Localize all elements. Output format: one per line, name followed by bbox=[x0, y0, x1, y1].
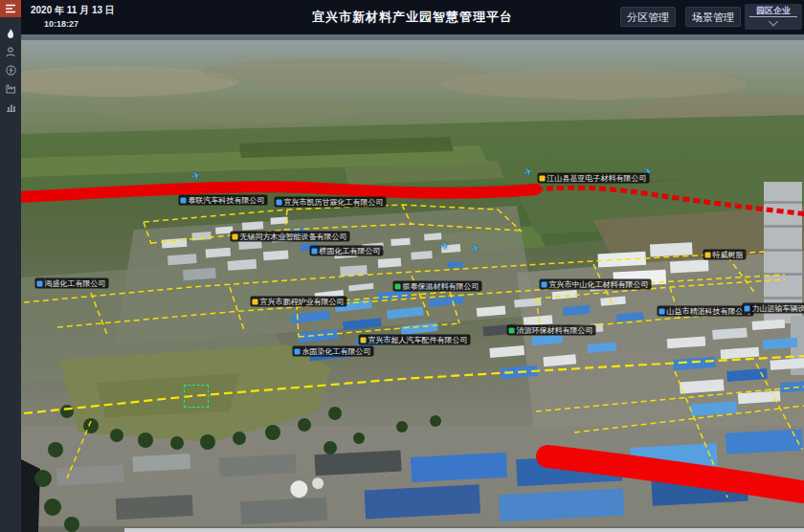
company-marker-icon bbox=[395, 283, 401, 289]
map-3d-scene[interactable] bbox=[0, 0, 804, 532]
company-marker-icon bbox=[509, 327, 515, 333]
dropdown-label: 园区企业 bbox=[749, 4, 797, 17]
scene-management-button[interactable]: 场景管理 bbox=[685, 7, 741, 27]
company-marker-icon bbox=[659, 308, 665, 314]
company-marker-icon bbox=[542, 281, 547, 287]
company-marker-icon bbox=[233, 233, 238, 239]
company-label[interactable]: 山益市精湛科技有限公司 bbox=[658, 306, 754, 317]
company-label-text: 振泰保温材料有限公司 bbox=[403, 281, 480, 292]
company-label[interactable]: 力山运输车辆设备公司 bbox=[743, 303, 804, 314]
sidebar-item-statistics[interactable] bbox=[0, 98, 21, 116]
company-marker-icon bbox=[181, 197, 187, 203]
bottom-edge-strip bbox=[124, 528, 804, 532]
company-marker-icon bbox=[705, 252, 711, 257]
company-label-text: 江山县基亚电子材料有限公司 bbox=[547, 173, 647, 184]
company-label[interactable]: 清源环保材料有限公司 bbox=[507, 325, 596, 336]
company-label[interactable]: 宜兴市中山化工材料有限公司 bbox=[540, 279, 652, 290]
company-label[interactable]: 鸿盛化工有限公司 bbox=[35, 278, 109, 289]
company-label[interactable]: 宜兴市凯历甘霖化工有限公司 bbox=[275, 197, 387, 208]
company-marker-icon bbox=[312, 248, 318, 254]
company-label[interactable]: 宜兴市超人汽车配件有限公司 bbox=[359, 335, 471, 345]
company-label[interactable]: 永固染化工有限公司 bbox=[293, 346, 374, 357]
company-label-text: 宜兴市凯历甘霖化工有限公司 bbox=[284, 197, 384, 208]
company-label-text: 鸿盛化工有限公司 bbox=[45, 278, 106, 289]
menu-button[interactable] bbox=[0, 0, 21, 17]
company-marker-icon bbox=[37, 280, 43, 286]
zone-management-button[interactable]: 分区管理 bbox=[620, 7, 676, 27]
company-label[interactable]: 无锡同方木业智能设备有限公司 bbox=[231, 232, 350, 242]
selection-box[interactable] bbox=[184, 385, 209, 408]
company-label-text: 山益市精湛科技有限公司 bbox=[667, 306, 751, 317]
company-label-text: 清源环保材料有限公司 bbox=[517, 325, 593, 336]
company-label-text: 永固染化工有限公司 bbox=[302, 346, 371, 357]
factory-icon bbox=[6, 84, 16, 94]
company-label-text: 横固化工有限公司 bbox=[320, 246, 381, 256]
company-marker-icon bbox=[295, 348, 301, 354]
bar-chart-icon bbox=[6, 102, 16, 112]
sidebar-item-user[interactable] bbox=[0, 43, 21, 61]
company-label[interactable]: 特威树脂 bbox=[704, 250, 747, 260]
company-label[interactable]: 振泰保温材料有限公司 bbox=[393, 281, 482, 292]
company-marker-icon bbox=[745, 305, 750, 311]
top-bar: 2020 年 11 月 13 日 10:18:27 宜兴市新材料产业园智慧管理平… bbox=[21, 0, 804, 34]
menu-icon bbox=[5, 4, 16, 13]
company-marker-icon bbox=[253, 299, 258, 304]
power-icon bbox=[6, 65, 16, 76]
company-label[interactable]: 江山县基亚电子材料有限公司 bbox=[538, 173, 650, 184]
left-sidebar bbox=[0, 0, 21, 532]
company-label-text: 特威树脂 bbox=[713, 250, 744, 260]
company-marker-icon bbox=[361, 337, 367, 343]
company-label-text: 宜兴市中山化工材料有限公司 bbox=[549, 279, 649, 290]
company-label[interactable]: 横固化工有限公司 bbox=[310, 246, 384, 256]
company-marker-icon bbox=[540, 175, 546, 181]
company-marker-icon bbox=[277, 199, 282, 205]
company-label-text: 力山运输车辆设备公司 bbox=[752, 303, 804, 314]
chevron-down-icon bbox=[769, 17, 778, 27]
company-label[interactable]: 泰联汽车科技有限公司 bbox=[179, 195, 268, 206]
sidebar-item-factory[interactable] bbox=[0, 79, 21, 98]
company-label[interactable]: 宜兴市鹏程炉业有限公司 bbox=[251, 297, 347, 307]
sidebar-item-fire[interactable] bbox=[0, 25, 21, 43]
company-label-text: 宜兴市鹏程炉业有限公司 bbox=[260, 297, 345, 307]
company-label-text: 泰联汽车科技有限公司 bbox=[189, 195, 265, 206]
company-label-text: 无锡同方木业智能设备有限公司 bbox=[240, 232, 347, 242]
company-label-text: 宜兴市超人汽车配件有限公司 bbox=[368, 335, 468, 345]
flame-icon bbox=[6, 29, 15, 40]
park-enterprise-dropdown[interactable]: 园区企业 bbox=[745, 4, 802, 30]
sidebar-item-power[interactable] bbox=[0, 61, 21, 79]
smart-park-platform: 泰联汽车科技有限公司宜兴市凯历甘霖化工有限公司无锡同方木业智能设备有限公司横固化… bbox=[0, 0, 804, 532]
user-icon bbox=[6, 47, 15, 57]
